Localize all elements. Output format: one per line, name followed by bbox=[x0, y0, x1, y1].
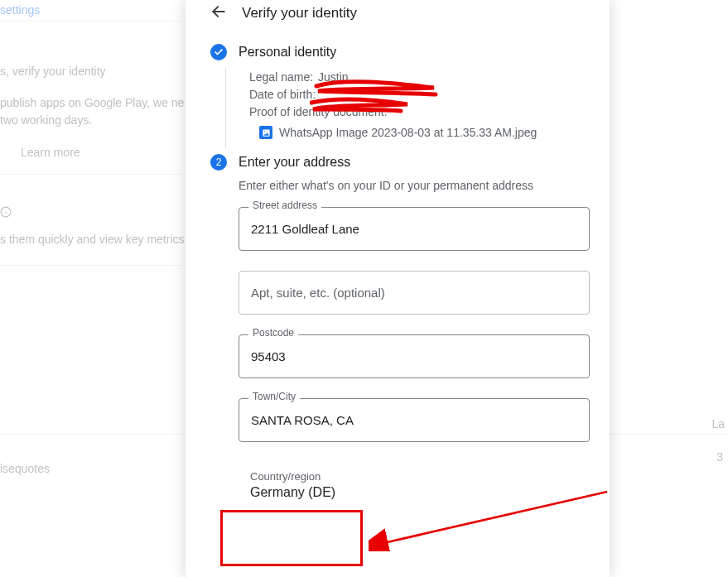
street-address-field[interactable]: Street address bbox=[239, 207, 590, 251]
country-field[interactable]: Country/region Germany (DE) bbox=[239, 462, 590, 512]
dialog-header: Verify your identity bbox=[186, 0, 610, 29]
address-title: Enter your address bbox=[239, 155, 350, 170]
address-subtitle: Enter either what's on your ID or your p… bbox=[239, 179, 585, 192]
country-label: Country/region bbox=[250, 470, 578, 483]
city-input[interactable] bbox=[239, 398, 590, 442]
personal-identity-title: Personal identity bbox=[239, 45, 336, 60]
address-section: 2 Enter your address Enter either what's… bbox=[186, 147, 610, 512]
step-complete-icon bbox=[210, 44, 227, 60]
postcode-field[interactable]: Postcode bbox=[239, 334, 590, 378]
proof-file-name: WhatsApp Image 2023-08-03 at 11.35.33 AM… bbox=[279, 126, 537, 139]
postcode-input[interactable] bbox=[239, 334, 590, 378]
street-label: Street address bbox=[248, 200, 321, 211]
dialog-title: Verify your identity bbox=[242, 5, 357, 22]
legal-name-row: Legal name: Justin bbox=[249, 69, 585, 86]
back-arrow-icon[interactable] bbox=[210, 3, 227, 22]
apt-field[interactable] bbox=[239, 271, 590, 315]
city-label: Town/City bbox=[248, 391, 300, 402]
proof-label: Proof of identity document: bbox=[249, 103, 585, 121]
country-value: Germany (DE) bbox=[250, 485, 578, 500]
city-field[interactable]: Town/City bbox=[239, 398, 590, 442]
street-input[interactable] bbox=[239, 207, 590, 251]
image-file-icon bbox=[259, 126, 272, 139]
apt-input[interactable] bbox=[239, 271, 590, 315]
dob-row: Date of birth: bbox=[249, 86, 585, 103]
step-2-icon: 2 bbox=[210, 154, 227, 171]
personal-identity-section: Personal identity Legal name: Justin Dat… bbox=[186, 29, 610, 147]
verify-identity-dialog: Verify your identity Personal identity L… bbox=[186, 0, 610, 577]
postcode-label: Postcode bbox=[248, 327, 298, 339]
proof-file-row[interactable]: WhatsApp Image 2023-08-03 at 11.35.33 AM… bbox=[249, 126, 585, 139]
